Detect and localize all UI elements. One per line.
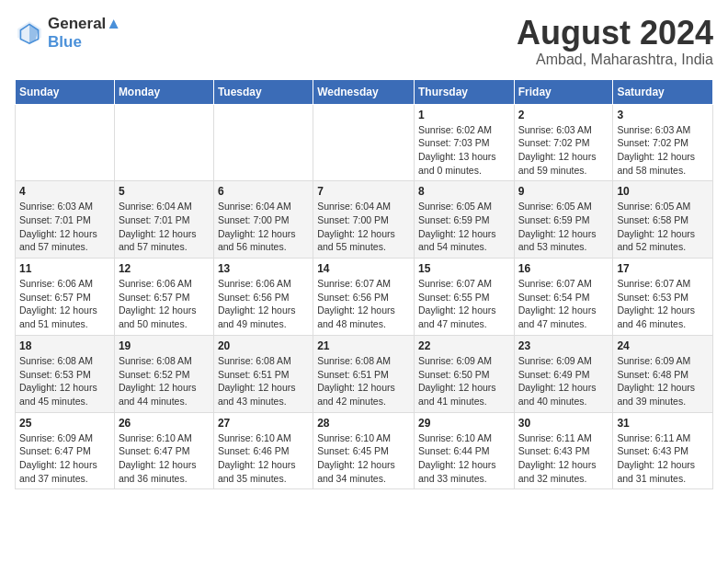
day-number: 27: [218, 417, 309, 430]
table-row: 24Sunrise: 6:09 AM Sunset: 6:48 PM Dayli…: [613, 335, 713, 412]
day-number: 4: [19, 185, 110, 198]
table-row: 9Sunrise: 6:05 AM Sunset: 6:59 PM Daylig…: [514, 181, 613, 259]
col-saturday: Saturday: [613, 79, 713, 104]
day-number: 7: [317, 185, 410, 198]
table-row: [313, 104, 415, 181]
table-row: 21Sunrise: 6:08 AM Sunset: 6:51 PM Dayli…: [313, 335, 415, 412]
day-info: Sunrise: 6:07 AM Sunset: 6:54 PM Dayligh…: [518, 277, 609, 331]
day-info: Sunrise: 6:05 AM Sunset: 6:59 PM Dayligh…: [418, 200, 510, 254]
day-info: Sunrise: 6:07 AM Sunset: 6:53 PM Dayligh…: [617, 277, 709, 331]
day-number: 31: [617, 417, 709, 430]
day-number: 17: [617, 262, 709, 275]
day-info: Sunrise: 6:04 AM Sunset: 7:01 PM Dayligh…: [119, 200, 210, 254]
day-info: Sunrise: 6:09 AM Sunset: 6:50 PM Dayligh…: [418, 354, 510, 408]
calendar-header-row: Sunday Monday Tuesday Wednesday Thursday…: [16, 79, 713, 104]
day-number: 20: [218, 339, 309, 352]
table-row: 13Sunrise: 6:06 AM Sunset: 6:56 PM Dayli…: [213, 259, 313, 336]
table-row: 5Sunrise: 6:04 AM Sunset: 7:01 PM Daylig…: [114, 181, 213, 259]
day-number: 14: [317, 262, 410, 275]
day-number: 21: [317, 339, 410, 352]
page-subtitle: Ambad, Maharashtra, India: [517, 52, 713, 68]
logo: General▲ Blue: [15, 15, 121, 52]
col-wednesday: Wednesday: [313, 79, 415, 104]
table-row: 22Sunrise: 6:09 AM Sunset: 6:50 PM Dayli…: [414, 335, 514, 412]
day-number: 24: [617, 339, 709, 352]
day-info: Sunrise: 6:06 AM Sunset: 6:57 PM Dayligh…: [119, 277, 210, 331]
day-number: 1: [418, 109, 510, 121]
day-number: 5: [119, 185, 210, 198]
day-info: Sunrise: 6:08 AM Sunset: 6:51 PM Dayligh…: [218, 354, 309, 408]
table-row: 19Sunrise: 6:08 AM Sunset: 6:52 PM Dayli…: [114, 335, 213, 412]
table-row: 14Sunrise: 6:07 AM Sunset: 6:56 PM Dayli…: [313, 259, 415, 336]
table-row: 4Sunrise: 6:03 AM Sunset: 7:01 PM Daylig…: [16, 181, 115, 259]
day-info: Sunrise: 6:06 AM Sunset: 6:57 PM Dayligh…: [19, 277, 110, 331]
calendar-week-row: 18Sunrise: 6:08 AM Sunset: 6:53 PM Dayli…: [16, 335, 713, 412]
day-number: 9: [518, 185, 609, 198]
table-row: 28Sunrise: 6:10 AM Sunset: 6:45 PM Dayli…: [313, 412, 415, 489]
table-row: 15Sunrise: 6:07 AM Sunset: 6:55 PM Dayli…: [414, 259, 514, 336]
table-row: 8Sunrise: 6:05 AM Sunset: 6:59 PM Daylig…: [414, 181, 514, 259]
col-sunday: Sunday: [16, 79, 115, 104]
table-row: 12Sunrise: 6:06 AM Sunset: 6:57 PM Dayli…: [114, 259, 213, 336]
day-number: 10: [617, 185, 709, 198]
day-number: 12: [119, 262, 210, 275]
day-number: 18: [19, 339, 110, 352]
day-info: Sunrise: 6:07 AM Sunset: 6:56 PM Dayligh…: [317, 277, 410, 331]
col-friday: Friday: [514, 79, 613, 104]
page-title: August 2024: [517, 15, 713, 52]
day-info: Sunrise: 6:03 AM Sunset: 7:02 PM Dayligh…: [518, 123, 609, 178]
table-row: 16Sunrise: 6:07 AM Sunset: 6:54 PM Dayli…: [514, 259, 613, 336]
table-row: [114, 104, 213, 181]
table-row: 6Sunrise: 6:04 AM Sunset: 7:00 PM Daylig…: [213, 181, 313, 259]
logo-line2: Blue: [48, 33, 121, 52]
day-info: Sunrise: 6:09 AM Sunset: 6:47 PM Dayligh…: [19, 431, 110, 486]
day-number: 23: [518, 339, 609, 352]
table-row: 25Sunrise: 6:09 AM Sunset: 6:47 PM Dayli…: [16, 412, 115, 489]
table-row: 17Sunrise: 6:07 AM Sunset: 6:53 PM Dayli…: [613, 259, 713, 336]
table-row: 23Sunrise: 6:09 AM Sunset: 6:49 PM Dayli…: [514, 335, 613, 412]
table-row: 7Sunrise: 6:04 AM Sunset: 7:00 PM Daylig…: [313, 181, 415, 259]
day-number: 16: [518, 262, 609, 275]
day-info: Sunrise: 6:05 AM Sunset: 6:59 PM Dayligh…: [518, 200, 609, 254]
day-number: 19: [119, 339, 210, 352]
day-info: Sunrise: 6:10 AM Sunset: 6:46 PM Dayligh…: [218, 431, 309, 486]
calendar-week-row: 4Sunrise: 6:03 AM Sunset: 7:01 PM Daylig…: [16, 181, 713, 259]
day-info: Sunrise: 6:04 AM Sunset: 7:00 PM Dayligh…: [317, 200, 410, 254]
col-monday: Monday: [114, 79, 213, 104]
day-info: Sunrise: 6:05 AM Sunset: 6:58 PM Dayligh…: [617, 200, 709, 254]
day-number: 13: [218, 262, 309, 275]
day-number: 30: [518, 417, 609, 430]
table-row: 30Sunrise: 6:11 AM Sunset: 6:43 PM Dayli…: [514, 412, 613, 489]
table-row: 31Sunrise: 6:11 AM Sunset: 6:43 PM Dayli…: [613, 412, 713, 489]
day-info: Sunrise: 6:11 AM Sunset: 6:43 PM Dayligh…: [617, 431, 709, 486]
table-row: 18Sunrise: 6:08 AM Sunset: 6:53 PM Dayli…: [16, 335, 115, 412]
day-info: Sunrise: 6:10 AM Sunset: 6:44 PM Dayligh…: [418, 431, 510, 486]
col-thursday: Thursday: [414, 79, 514, 104]
page-header: General▲ Blue August 2024 Ambad, Maharas…: [15, 15, 713, 68]
table-row: 29Sunrise: 6:10 AM Sunset: 6:44 PM Dayli…: [414, 412, 514, 489]
day-number: 6: [218, 185, 309, 198]
day-info: Sunrise: 6:04 AM Sunset: 7:00 PM Dayligh…: [218, 200, 309, 254]
day-number: 8: [418, 185, 510, 198]
day-info: Sunrise: 6:08 AM Sunset: 6:53 PM Dayligh…: [19, 354, 110, 408]
table-row: 10Sunrise: 6:05 AM Sunset: 6:58 PM Dayli…: [613, 181, 713, 259]
day-info: Sunrise: 6:10 AM Sunset: 6:47 PM Dayligh…: [119, 431, 210, 486]
table-row: 20Sunrise: 6:08 AM Sunset: 6:51 PM Dayli…: [213, 335, 313, 412]
day-info: Sunrise: 6:11 AM Sunset: 6:43 PM Dayligh…: [518, 431, 609, 486]
day-info: Sunrise: 6:03 AM Sunset: 7:01 PM Dayligh…: [19, 200, 110, 254]
day-number: 25: [19, 417, 110, 430]
title-block: August 2024 Ambad, Maharashtra, India: [517, 15, 713, 68]
table-row: 3Sunrise: 6:03 AM Sunset: 7:02 PM Daylig…: [613, 104, 713, 181]
logo-line1: General▲: [48, 15, 121, 33]
table-row: 11Sunrise: 6:06 AM Sunset: 6:57 PM Dayli…: [16, 259, 115, 336]
day-info: Sunrise: 6:09 AM Sunset: 6:48 PM Dayligh…: [617, 354, 709, 408]
calendar-week-row: 25Sunrise: 6:09 AM Sunset: 6:47 PM Dayli…: [16, 412, 713, 489]
day-info: Sunrise: 6:09 AM Sunset: 6:49 PM Dayligh…: [518, 354, 609, 408]
day-info: Sunrise: 6:03 AM Sunset: 7:02 PM Dayligh…: [617, 123, 709, 178]
table-row: [213, 104, 313, 181]
calendar-week-row: 1Sunrise: 6:02 AM Sunset: 7:03 PM Daylig…: [16, 104, 713, 181]
day-info: Sunrise: 6:02 AM Sunset: 7:03 PM Dayligh…: [418, 123, 510, 178]
logo-icon: [15, 18, 44, 48]
table-row: [16, 104, 115, 181]
day-info: Sunrise: 6:08 AM Sunset: 6:52 PM Dayligh…: [119, 354, 210, 408]
